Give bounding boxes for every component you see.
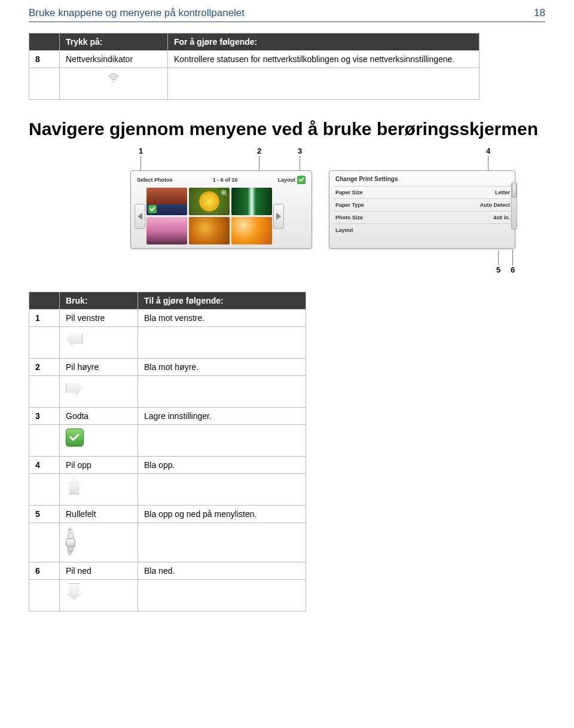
scrollbar[interactable]	[511, 182, 517, 230]
scrollbar-icon	[66, 527, 74, 556]
setting-key: Paper Type	[335, 202, 364, 208]
callout-4: 4	[486, 146, 490, 155]
row-name: Nettverksindikator	[60, 51, 168, 68]
section-heading: Navigere gjennom menyene ved å bruke ber…	[29, 119, 545, 139]
setting-key: Layout	[335, 227, 353, 233]
photo-thumbnail[interactable]	[189, 188, 230, 215]
setting-row[interactable]: Paper Size Letter	[333, 186, 512, 198]
panel-count: 1 - 6 of 10	[213, 176, 238, 184]
row-name: Pil høyre	[60, 359, 138, 376]
setting-row[interactable]: Photo Size 4x6 in.	[333, 211, 512, 224]
col-use: Bruk:	[60, 292, 138, 310]
setting-row[interactable]: Layout	[333, 224, 512, 236]
photo-thumbnail[interactable]	[146, 217, 187, 244]
setting-row[interactable]: Paper Type Auto Detect	[333, 198, 512, 211]
row-desc: Kontrollere statusen for nettverkstilkob…	[168, 51, 480, 68]
photo-thumbnail[interactable]	[189, 217, 230, 244]
row-name: Pil opp	[60, 457, 138, 474]
callout-6: 6	[511, 265, 515, 274]
accept-icon	[66, 429, 84, 446]
setting-key: Photo Size	[335, 215, 363, 221]
check-icon[interactable]	[297, 176, 306, 184]
scrollbar-thumb[interactable]	[512, 183, 517, 198]
col-blank	[29, 292, 60, 310]
col-blank	[29, 33, 60, 51]
header-rule	[29, 22, 545, 22]
page-header: Bruke knappene og menyene på kontrollpan…	[0, 0, 574, 20]
photo-thumbnail[interactable]	[231, 217, 272, 244]
panel-layout-label: Layout	[277, 177, 295, 183]
svg-point-0	[113, 81, 115, 82]
row-desc: Bla ned.	[138, 562, 306, 580]
selected-check-icon	[148, 205, 157, 213]
row-desc: Lagre innstillinger.	[138, 408, 306, 425]
button-table: Trykk på: For å gjøre følgende: 8 Nettve…	[29, 33, 480, 100]
row-name: Pil ned	[60, 562, 138, 580]
callout-5: 5	[496, 265, 500, 274]
zoom-in-icon	[221, 189, 228, 197]
arrow-left-icon	[66, 331, 83, 347]
col-press: Trykk på:	[60, 33, 168, 51]
col-action: For å gjøre følgende:	[168, 33, 480, 51]
chevron-left-icon	[138, 213, 142, 220]
row-name: Pil venstre	[60, 310, 138, 327]
setting-value: 4x6 in.	[493, 215, 510, 221]
photo-panel[interactable]: Select Photos 1 - 6 of 10 Layout	[130, 170, 312, 249]
row-num: 2	[29, 359, 60, 376]
row-num: 6	[29, 562, 60, 580]
arrow-up-icon	[66, 478, 83, 494]
callout-2: 2	[257, 146, 261, 155]
col-action: Til å gjøre følgende:	[138, 292, 306, 310]
row-num: 5	[29, 506, 60, 523]
panel-select-label: Select Photos	[137, 176, 173, 184]
wifi-icon	[107, 72, 120, 85]
row-num: 4	[29, 457, 60, 474]
uses-table: Bruk: Til å gjøre følgende: 1Pil venstre…	[29, 292, 306, 611]
touchscreen-figure: 1 2 3 4 Select Photos 1 - 6 of 10 Layout	[130, 146, 537, 275]
photo-thumbnail[interactable]	[231, 188, 272, 215]
nav-left-button[interactable]	[135, 204, 145, 229]
row-num: 8	[29, 51, 60, 68]
chevron-right-icon	[276, 213, 281, 220]
setting-value: Auto Detect	[480, 202, 510, 208]
row-num: 3	[29, 408, 60, 425]
header-title: Bruke knappene og menyene på kontrollpan…	[29, 7, 245, 19]
arrow-down-icon	[66, 583, 83, 600]
svg-line-2	[225, 194, 228, 197]
row-num: 1	[29, 310, 60, 327]
callout-3: 3	[298, 146, 302, 155]
row-desc: Bla mot høyre.	[138, 359, 306, 376]
arrow-right-icon	[66, 380, 83, 396]
setting-key: Paper Size	[335, 189, 363, 195]
settings-panel[interactable]: Change Print Settings Paper Size Letter …	[329, 170, 515, 249]
row-name: Rullefelt	[60, 506, 138, 523]
row-desc: Bla opp.	[138, 457, 306, 474]
setting-value: Letter	[495, 189, 510, 195]
row-desc: Bla mot venstre.	[138, 310, 306, 327]
photo-thumbnail[interactable]	[146, 188, 187, 215]
wifi-cell	[60, 68, 168, 100]
nav-right-button[interactable]	[273, 204, 284, 229]
page-number: 18	[534, 7, 545, 19]
callout-1: 1	[139, 146, 143, 155]
row-desc: Bla opp og ned på menylisten.	[138, 506, 306, 523]
settings-title: Change Print Settings	[333, 175, 512, 186]
row-name: Godta	[60, 408, 138, 425]
